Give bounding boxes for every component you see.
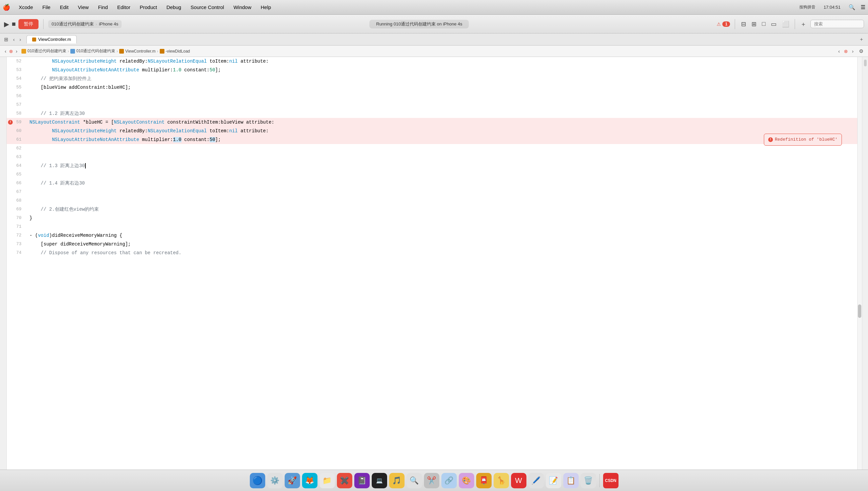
- breadcrumb-project[interactable]: 010通过代码创建约束: [27, 48, 66, 54]
- menubar-edit[interactable]: Edit: [58, 4, 71, 11]
- line-content-66[interactable]: // 1.4 距离右边30: [27, 179, 862, 187]
- code-line-63: 63: [7, 153, 862, 162]
- dock-files[interactable]: 📁: [320, 473, 335, 488]
- line-content-52[interactable]: NSLayoutAttributeHeight relatedBy:NSLayo…: [27, 57, 862, 66]
- layout-icon-2[interactable]: ⊞: [750, 19, 758, 29]
- dock-magnifier[interactable]: 🔍: [407, 473, 422, 488]
- settings-icon[interactable]: ⚙: [858, 48, 865, 55]
- dock-finder[interactable]: 🔵: [250, 473, 265, 488]
- menubar-view[interactable]: View: [76, 4, 91, 11]
- error-indicator[interactable]: ⚠ 1: [717, 22, 730, 27]
- layout-icon-4[interactable]: ▭: [770, 19, 778, 29]
- scrollbar-thumb[interactable]: [858, 305, 861, 318]
- line-num-63: 63: [7, 153, 27, 162]
- pause-button[interactable]: 暂停: [19, 19, 38, 29]
- stop-button[interactable]: ■: [12, 20, 16, 28]
- menubar-file[interactable]: File: [40, 4, 53, 11]
- line-content-73[interactable]: [super didReceiveMemoryWarning];: [27, 240, 862, 249]
- dock-pastel[interactable]: 🎨: [459, 473, 474, 488]
- search-input[interactable]: [810, 20, 864, 28]
- apple-menu-icon[interactable]: 🍎: [3, 4, 10, 11]
- code-line-72: 72 - (void)didReceiveMemoryWarning {: [7, 231, 862, 240]
- menubar-editor[interactable]: Editor: [115, 4, 132, 11]
- layout-icon-3[interactable]: □: [760, 19, 767, 29]
- line-content-67[interactable]: [27, 187, 862, 196]
- code-line-68: 68: [7, 196, 862, 205]
- line-content-71[interactable]: [27, 222, 862, 231]
- clock: 17:04:51: [824, 5, 841, 10]
- line-content-70[interactable]: }: [27, 214, 862, 222]
- dock-scissors[interactable]: ✂️: [424, 473, 439, 488]
- dock-launchpad[interactable]: 🚀: [285, 473, 300, 488]
- tab-file-icon: [32, 37, 36, 41]
- breadcrumb-group[interactable]: 010通过代码创建约束: [77, 48, 115, 54]
- breadcrumb-folder-icon: [22, 49, 26, 54]
- dock-giraffe[interactable]: 🦒: [493, 473, 509, 488]
- dock-csdn[interactable]: CSDN: [603, 473, 619, 488]
- tab-viewcontroller[interactable]: ViewController.m: [26, 35, 77, 44]
- line-content-69[interactable]: // 2.创建红色view的约束: [27, 205, 862, 214]
- dock-trash[interactable]: 🗑️: [581, 473, 596, 488]
- run-button[interactable]: ▶: [4, 20, 9, 28]
- back-icon[interactable]: ‹: [12, 36, 16, 43]
- breadcrumb-error-indicator: ⊗: [844, 49, 848, 54]
- dock-music[interactable]: 🎵: [389, 473, 405, 488]
- add-tab-button[interactable]: ＋: [858, 35, 865, 43]
- code-line-60: 60 NSLayoutAttributeHeight relatedBy:NSL…: [7, 126, 862, 135]
- menubar-debug[interactable]: Debug: [164, 4, 183, 11]
- dock-pen[interactable]: 🖊️: [529, 473, 544, 488]
- line-content-74[interactable]: // Dispose of any resources that can be …: [27, 249, 862, 257]
- code-editor[interactable]: 52 NSLayoutAttributeHeight relatedBy:NSL…: [7, 57, 862, 469]
- dock-ia-writer[interactable]: 📝: [546, 473, 561, 488]
- line-content-56[interactable]: [27, 92, 862, 100]
- line-content-57[interactable]: [27, 100, 862, 109]
- breadcrumb-file[interactable]: ViewController.m: [125, 49, 155, 54]
- layout-icon-1[interactable]: ⊟: [740, 19, 747, 29]
- menubar-xcode[interactable]: Xcode: [17, 4, 35, 11]
- line-content-63[interactable]: [27, 153, 862, 162]
- menubar-help[interactable]: Help: [259, 4, 273, 11]
- line-content-72[interactable]: - (void)didReceiveMemoryWarning {: [27, 231, 862, 240]
- dock-wps[interactable]: W: [511, 473, 527, 488]
- menubar-find[interactable]: Find: [96, 4, 110, 11]
- menubar-product[interactable]: Product: [138, 4, 159, 11]
- line-content-53[interactable]: NSLayoutAttributeNotAnAttribute multipli…: [27, 66, 862, 74]
- code-container[interactable]: 52 NSLayoutAttributeHeight relatedBy:NSL…: [7, 57, 862, 469]
- forward-nav-button[interactable]: ›: [14, 48, 19, 55]
- line-content-68[interactable]: [27, 196, 862, 205]
- add-button[interactable]: ＋: [799, 19, 808, 29]
- line-content-60[interactable]: NSLayoutAttributeHeight relatedBy:NSLayo…: [27, 126, 862, 135]
- breadcrumb-method[interactable]: -viewDidLoad: [166, 49, 190, 54]
- line-content-59[interactable]: NSLayoutConstraint *blueHC = [NSLayoutCo…: [27, 118, 862, 126]
- dock-x[interactable]: ✖️: [337, 473, 352, 488]
- scrollbar-track[interactable]: [857, 57, 862, 469]
- error-tooltip-text: Redefinition of 'blueHC': [775, 135, 838, 144]
- dock-safari[interactable]: 🦊: [302, 473, 318, 488]
- dock-onenote[interactable]: 📓: [354, 473, 370, 488]
- dock-terminal[interactable]: 💻: [372, 473, 387, 488]
- back-nav-button[interactable]: ‹: [3, 48, 8, 55]
- dock-system-prefs[interactable]: ⚙️: [267, 473, 282, 488]
- line-content-62[interactable]: [27, 144, 862, 153]
- dock-link[interactable]: 🔗: [441, 473, 457, 488]
- dock-copy[interactable]: 📋: [563, 473, 579, 488]
- dock-ftp[interactable]: 📮: [476, 473, 491, 488]
- line-content-54[interactable]: // 把约束添加到控件上: [27, 74, 862, 83]
- line-content-64[interactable]: // 1.3 距离上边30​: [27, 162, 862, 170]
- grid-icon[interactable]: ⊞: [3, 36, 10, 43]
- line-num-53: 53: [7, 66, 27, 74]
- line-num-55: 55: [7, 83, 27, 92]
- breadcrumb-nav-forward[interactable]: ›: [850, 48, 855, 55]
- line-content-61[interactable]: NSLayoutAttributeNotAnAttribute multipli…: [27, 135, 862, 144]
- line-content-65[interactable]: [27, 170, 862, 179]
- menubar-source-control[interactable]: Source Control: [188, 4, 226, 11]
- scheme-selector[interactable]: 010通过代码创建约束 › iPhone 4s: [48, 20, 122, 28]
- layout-icon-5[interactable]: ⬜: [781, 19, 791, 29]
- forward-icon[interactable]: ›: [18, 36, 23, 43]
- menubar-window[interactable]: Window: [231, 4, 253, 11]
- line-content-55[interactable]: [blueView addConstraint:blueHC];: [27, 83, 862, 92]
- line-content-58[interactable]: // 1.2 距离左边30: [27, 109, 862, 118]
- code-line-53: 53 NSLayoutAttributeNotAnAttribute multi…: [7, 66, 862, 74]
- breadcrumb-group-icon: [70, 49, 75, 54]
- breadcrumb-nav-back[interactable]: ‹: [837, 48, 841, 55]
